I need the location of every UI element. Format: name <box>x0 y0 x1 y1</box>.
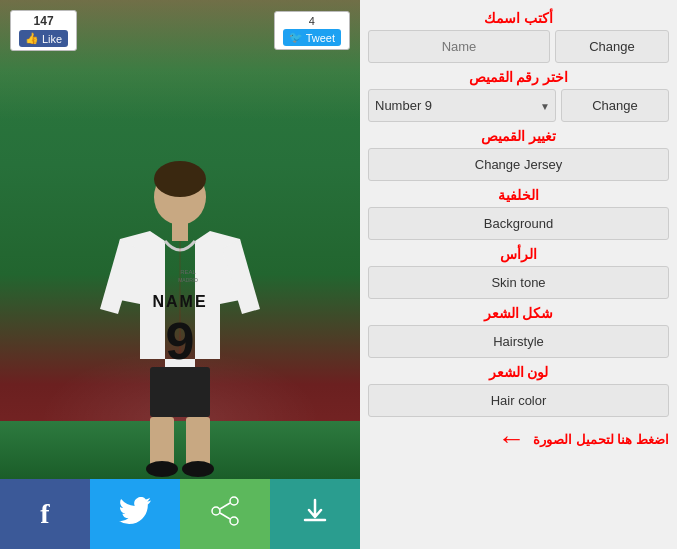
twitter-icon: 🐦 <box>289 31 303 44</box>
svg-text:9: 9 <box>166 312 195 370</box>
like-box[interactable]: 147 👍 Like <box>10 10 77 51</box>
name-control-row: Change <box>368 30 669 63</box>
change-jersey-button[interactable]: Change Jersey <box>368 148 669 181</box>
download-button[interactable] <box>270 479 360 549</box>
svg-line-16 <box>220 503 230 509</box>
left-arrow-icon: ← <box>497 425 525 453</box>
svg-rect-2 <box>172 221 188 241</box>
head-section-label: الرأس <box>368 246 669 262</box>
like-label: Like <box>42 33 62 45</box>
player-figure: REAL MADRID NAME 9 <box>90 159 270 489</box>
haircolor-section-label: لون الشعر <box>368 364 669 380</box>
hair-color-button[interactable]: Hair color <box>368 384 669 417</box>
controls-panel: أكتب اسمك Change اختر رقم القميص Number … <box>360 0 677 549</box>
thumbs-up-icon: 👍 <box>25 32 39 45</box>
share-icon <box>210 496 240 533</box>
facebook-icon: f <box>40 498 49 530</box>
svg-point-14 <box>212 507 220 515</box>
number-section-label: اختر رقم القميص <box>368 69 669 85</box>
skin-tone-button[interactable]: Skin tone <box>368 266 669 299</box>
name-change-button[interactable]: Change <box>555 30 669 63</box>
svg-point-13 <box>230 497 238 505</box>
preview-panel: 147 👍 Like 4 🐦 Tweet <box>0 0 360 549</box>
svg-line-17 <box>220 513 230 519</box>
like-count: 147 <box>34 14 54 28</box>
svg-text:MADRID: MADRID <box>178 277 198 283</box>
name-section-label: أكتب اسمك <box>368 10 669 26</box>
like-button[interactable]: 👍 Like <box>19 30 68 47</box>
svg-point-15 <box>230 517 238 525</box>
download-icon <box>300 496 330 533</box>
svg-rect-9 <box>150 417 174 467</box>
svg-rect-10 <box>186 417 210 467</box>
tweet-count: 4 <box>309 15 315 27</box>
hairstyle-button[interactable]: Hairstyle <box>368 325 669 358</box>
hairstyle-section-label: شكل الشعر <box>368 305 669 321</box>
svg-point-1 <box>154 161 206 197</box>
download-hint-row: ← اضغط هنا لتحميل الصورة <box>368 425 669 453</box>
background-section-label: الخلفية <box>368 187 669 203</box>
download-hint-text: اضغط هنا لتحميل الصورة <box>533 432 669 447</box>
tweet-button[interactable]: 🐦 Tweet <box>283 29 341 46</box>
share-button[interactable] <box>180 479 270 549</box>
bottom-social-bar: f <box>0 479 360 549</box>
number-control-row: Number 1 Number 2 Number 3 Number 4 Numb… <box>368 89 669 122</box>
twitter-bird-icon <box>119 497 151 532</box>
number-change-button[interactable]: Change <box>561 89 669 122</box>
tweet-label: Tweet <box>306 32 335 44</box>
jersey-section-label: تغيير القميص <box>368 128 669 144</box>
name-input[interactable] <box>368 30 550 63</box>
twitter-share-button[interactable] <box>90 479 180 549</box>
tweet-box[interactable]: 4 🐦 Tweet <box>274 11 350 50</box>
svg-point-11 <box>146 461 178 477</box>
number-select-wrapper[interactable]: Number 1 Number 2 Number 3 Number 4 Numb… <box>368 89 556 122</box>
background-button[interactable]: Background <box>368 207 669 240</box>
svg-rect-8 <box>150 367 210 417</box>
number-select[interactable]: Number 1 Number 2 Number 3 Number 4 Numb… <box>368 89 556 122</box>
facebook-button[interactable]: f <box>0 479 90 549</box>
svg-text:NAME: NAME <box>152 293 207 310</box>
svg-point-12 <box>182 461 214 477</box>
social-top-bar: 147 👍 Like 4 🐦 Tweet <box>10 10 350 51</box>
svg-text:REAL: REAL <box>180 269 196 275</box>
